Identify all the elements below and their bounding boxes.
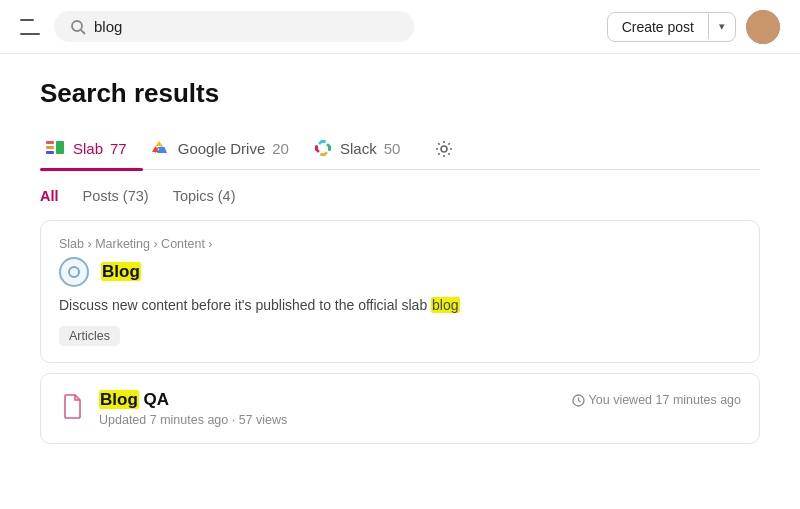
create-post-button[interactable]: Create post ▾ [607, 12, 736, 42]
svg-rect-3 [46, 146, 54, 149]
svg-marker-6 [152, 146, 159, 152]
menu-icon[interactable] [20, 19, 42, 35]
settings-icon[interactable] [430, 135, 458, 163]
search-input[interactable] [94, 18, 398, 35]
card-title-row: Blog [59, 257, 741, 287]
result-card-blog-qa[interactable]: Blog QA You viewed 17 minutes ago Update… [40, 373, 760, 444]
viewed-badge: You viewed 17 minutes ago [572, 393, 741, 407]
slack-tab-label: Slack [340, 140, 377, 157]
post-title-highlight: Blog [99, 390, 139, 409]
slack-tab-count: 50 [384, 140, 401, 157]
chevron-down-icon: ▾ [708, 14, 735, 39]
search-icon [70, 19, 86, 35]
svg-line-1 [81, 30, 85, 34]
svg-point-15 [326, 144, 329, 147]
svg-rect-5 [56, 141, 64, 154]
post-title: Blog QA [99, 390, 169, 410]
desc-highlight: blog [431, 297, 459, 313]
tab-google-drive[interactable]: Google Drive 20 [147, 130, 305, 168]
svg-marker-8 [155, 141, 162, 146]
header-right: Create post ▾ [607, 10, 780, 44]
post-card-top: Blog QA You viewed 17 minutes ago Update… [59, 390, 741, 427]
google-icon [151, 138, 171, 158]
post-title-row: Blog QA You viewed 17 minutes ago [99, 390, 741, 410]
create-post-label: Create post [608, 13, 708, 41]
post-card-content: Blog QA You viewed 17 minutes ago Update… [99, 390, 741, 427]
svg-rect-2 [46, 141, 54, 144]
card-title: Blog [101, 262, 141, 282]
svg-point-0 [72, 21, 82, 31]
tab-slab[interactable]: Slab 77 [40, 129, 143, 169]
page-title: Search results [40, 78, 760, 109]
post-meta: Updated 7 minutes ago · 57 views [99, 413, 741, 427]
slack-icon [313, 138, 333, 158]
post-title-post: QA [139, 390, 169, 409]
main-content: Search results Slab 77 [0, 54, 800, 444]
avatar[interactable] [746, 10, 780, 44]
document-icon [59, 392, 87, 420]
svg-point-16 [324, 152, 327, 155]
topic-icon [59, 257, 89, 287]
breadcrumb: Slab › Marketing › Content › [59, 237, 741, 251]
breadcrumb-text: Slab › Marketing › Content › [59, 237, 213, 251]
google-drive-tab-count: 20 [272, 140, 289, 157]
tab-slack[interactable]: Slack 50 [309, 130, 416, 168]
sub-tab-posts[interactable]: Posts (73) [71, 184, 161, 208]
svg-point-14 [318, 142, 321, 145]
desc-pre: Discuss new content before it's publishe… [59, 297, 431, 313]
svg-point-17 [441, 146, 447, 152]
card-description: Discuss new content before it's publishe… [59, 295, 741, 316]
sub-tab-topics[interactable]: Topics (4) [161, 184, 248, 208]
google-drive-tab-label: Google Drive [178, 140, 266, 157]
result-card-blog-topic[interactable]: Slab › Marketing › Content › Blog Discus… [40, 220, 760, 363]
viewed-text: You viewed 17 minutes ago [589, 393, 741, 407]
sub-tabs: All Posts (73) Topics (4) [40, 170, 760, 220]
header: Create post ▾ [0, 0, 800, 54]
sub-tab-all[interactable]: All [40, 184, 71, 208]
card-tag: Articles [59, 326, 120, 346]
source-tabs: Slab 77 Google Drive 20 [40, 129, 760, 170]
title-highlight: Blog [101, 262, 141, 281]
clock-icon [572, 394, 585, 407]
slab-tab-count: 77 [110, 140, 127, 157]
search-bar[interactable] [54, 11, 414, 42]
svg-rect-4 [46, 151, 54, 154]
slab-icon [44, 137, 66, 159]
svg-point-13 [316, 150, 319, 153]
results-list: Slab › Marketing › Content › Blog Discus… [40, 220, 760, 444]
slab-tab-label: Slab [73, 140, 103, 157]
